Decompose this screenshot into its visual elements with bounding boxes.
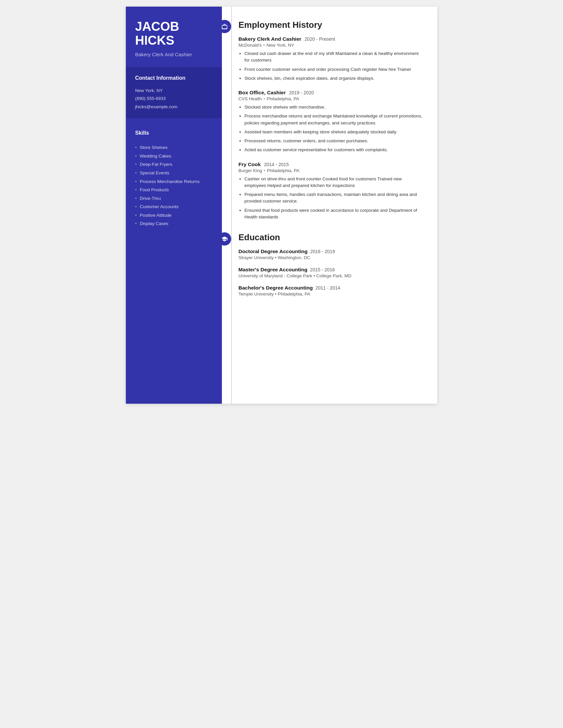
job-bullet: Process merchandise returns and exchange… xyxy=(244,113,424,126)
job-header: Box Office, Cashier2019 - 2020 xyxy=(238,90,424,96)
skills-section-title: Skills xyxy=(135,127,212,139)
job-location: Burger King•Philadelphia, PA xyxy=(238,168,424,173)
jobs-container: Bakery Clerk And Cashier2020 - PresentMc… xyxy=(238,36,424,220)
skill-item: Wedding Cakes xyxy=(135,152,212,160)
education-item: Doctoral Degree Accounting2016 - 2019Str… xyxy=(238,249,424,260)
skill-item: Positive Attitude xyxy=(135,211,212,220)
edu-years: 2015 - 2016 xyxy=(310,267,335,272)
edu-title-line: Bachelor's Degree Accounting2011 - 2014 xyxy=(238,285,424,291)
edu-years: 2011 - 2014 xyxy=(315,285,340,291)
graduation-icon xyxy=(218,232,231,246)
job-bullet: Cashier on drive-thru and front counter … xyxy=(244,176,424,189)
job-header: Fry Cook2014 - 2015 xyxy=(238,161,424,167)
job-item: Bakery Clerk And Cashier2020 - PresentMc… xyxy=(238,36,424,82)
skill-item: Process Merchandise Returns xyxy=(135,177,212,186)
contact-location: New York, NY xyxy=(135,88,212,94)
edu-title-line: Master's Degree Accounting2015 - 2016 xyxy=(238,267,424,273)
job-item: Fry Cook2014 - 2015Burger King•Philadelp… xyxy=(238,161,424,221)
contact-phone: (890) 555-6933 xyxy=(135,96,212,102)
skill-item: Drive-Thru xyxy=(135,194,212,203)
edu-degree: Master's Degree Accounting xyxy=(238,267,307,272)
skill-item: Display Cases xyxy=(135,219,212,228)
education-item: Master's Degree Accounting2015 - 2016Uni… xyxy=(238,267,424,278)
edu-degree: Bachelor's Degree Accounting xyxy=(238,285,313,291)
contact-email: jhicks@example.com xyxy=(135,104,212,110)
job-city: Philadelphia, PA xyxy=(266,96,299,101)
briefcase-icon xyxy=(218,20,231,33)
skills-section: Skills Store ShelvesWedding CakesDeep-Fa… xyxy=(135,127,212,228)
edu-location: Strayer University • Washington, DC xyxy=(238,255,424,260)
skill-item: Customer Accounts xyxy=(135,203,212,211)
job-header: Bakery Clerk And Cashier2020 - Present xyxy=(238,36,424,42)
job-bullet: Stock shelves, bin, check expiration dat… xyxy=(244,75,424,82)
job-bullet: Ensured that food products were cooked i… xyxy=(244,207,424,221)
job-company: CVS Health xyxy=(238,96,262,101)
edu-city: Philadelphia, PA xyxy=(278,292,310,296)
job-city: Philadelphia, PA xyxy=(267,168,300,173)
job-title: Fry Cook xyxy=(238,161,260,167)
skills-list: Store ShelvesWedding CakesDeep-Fat Fryer… xyxy=(135,143,212,228)
edu-city: Washington, DC xyxy=(278,255,310,260)
edu-title-line: Doctoral Degree Accounting2016 - 2019 xyxy=(238,249,424,254)
candidate-title: Bakery Clerk And Cashier xyxy=(135,52,212,57)
job-title: Box Office, Cashier xyxy=(238,90,286,96)
employment-section: Employment History Bakery Clerk And Cash… xyxy=(238,20,424,220)
dot-separator: • xyxy=(263,168,265,173)
job-bullet: Prepared menu items, handles cash transa… xyxy=(244,191,424,205)
job-location: CVS Health•Philadelphia, PA xyxy=(238,96,424,101)
edu-location: Temple University • Philadelphia, PA xyxy=(238,292,424,296)
skill-item: Food Products xyxy=(135,186,212,194)
contact-section: Contact Information New York, NY (890) 5… xyxy=(126,67,222,118)
job-bullets: Closed out cash drawer at the end of my … xyxy=(238,50,424,82)
resume-container: JACOB HICKS Bakery Clerk And Cashier Con… xyxy=(126,7,437,404)
edu-school: Temple University xyxy=(238,292,274,296)
edu-years: 2016 - 2019 xyxy=(310,249,335,254)
education-item: Bachelor's Degree Accounting2011 - 2014T… xyxy=(238,285,424,296)
job-years: 2020 - Present xyxy=(305,36,335,42)
education-header: Education xyxy=(238,232,424,243)
job-company: McDonald's xyxy=(238,43,261,48)
edu-school: University of Maryland - College Park xyxy=(238,273,312,278)
employment-header: Employment History xyxy=(238,20,424,30)
job-bullet: Acted as customer service representative… xyxy=(244,147,424,153)
dot-separator: • xyxy=(275,292,276,296)
job-bullet: Front counter customer service and order… xyxy=(244,66,424,73)
candidate-name: JACOB HICKS xyxy=(135,20,212,48)
sidebar: JACOB HICKS Bakery Clerk And Cashier Con… xyxy=(126,7,222,404)
job-bullet: Stocked store shelves with merchandise. xyxy=(244,104,424,111)
job-location: McDonald's•New York, NY xyxy=(238,43,424,48)
edu-degree: Doctoral Degree Accounting xyxy=(238,249,308,254)
job-bullet: Assisted team members with keeping store… xyxy=(244,129,424,135)
timeline-line xyxy=(231,7,232,404)
employment-title: Employment History xyxy=(238,20,322,30)
dot-separator: • xyxy=(314,273,315,278)
job-city: New York, NY xyxy=(266,43,294,48)
dot-separator: • xyxy=(263,43,265,48)
job-years: 2019 - 2020 xyxy=(289,90,314,95)
edu-location: University of Maryland - College Park • … xyxy=(238,273,424,278)
job-bullets: Stocked store shelves with merchandise.P… xyxy=(238,104,424,154)
job-company: Burger King xyxy=(238,168,262,173)
job-item: Box Office, Cashier2019 - 2020CVS Health… xyxy=(238,90,424,154)
skill-item: Store Shelves xyxy=(135,143,212,152)
dot-separator: • xyxy=(263,96,265,101)
education-title: Education xyxy=(238,232,280,243)
contact-section-title: Contact Information xyxy=(135,72,212,84)
skill-item: Deep-Fat Fryers xyxy=(135,160,212,169)
skill-item: Special Events xyxy=(135,169,212,177)
edu-school: Strayer University xyxy=(238,255,274,260)
job-bullet: Processed returns, customer orders, and … xyxy=(244,138,424,144)
job-title: Bakery Clerk And Cashier xyxy=(238,36,302,42)
edu-city: College Park, MD xyxy=(316,273,352,278)
education-section: Education Doctoral Degree Accounting2016… xyxy=(238,232,424,296)
job-bullets: Cashier on drive-thru and front counter … xyxy=(238,176,424,221)
job-years: 2014 - 2015 xyxy=(264,162,289,167)
dot-separator: • xyxy=(275,255,276,260)
main-content: Employment History Bakery Clerk And Cash… xyxy=(222,7,437,404)
job-bullet: Closed out cash drawer at the end of my … xyxy=(244,50,424,64)
education-items-container: Doctoral Degree Accounting2016 - 2019Str… xyxy=(238,249,424,296)
